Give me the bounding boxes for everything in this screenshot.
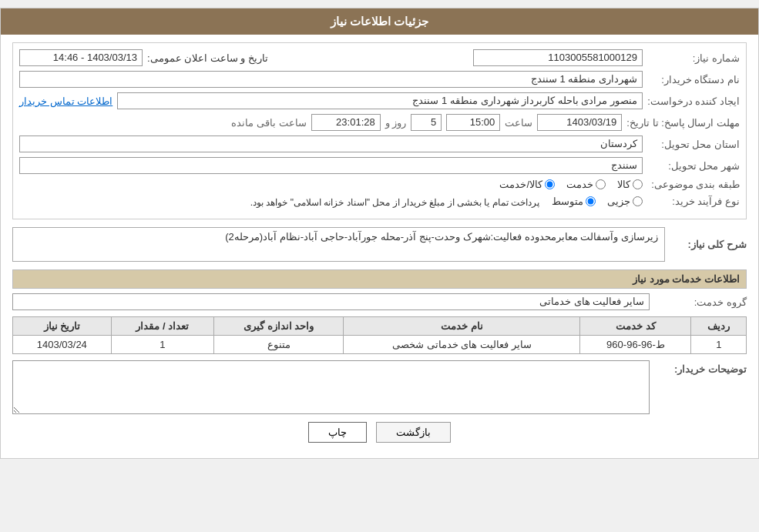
radio-motavasset-input[interactable] (586, 196, 596, 206)
buyer-notes-label: توضیحات خریدار: (654, 360, 747, 375)
remaining-days: 5 (411, 114, 442, 131)
table-row: 1ط-96-96-960سایر فعالیت های خدماتی شخصیم… (13, 336, 747, 354)
row-city: شهر محل تحویل: سنندج (19, 157, 740, 174)
cell-name: سایر فعالیت های خدماتی شخصی (344, 336, 580, 354)
cell-qty: 1 (111, 336, 213, 354)
date-value: 1403/03/13 - 14:46 (19, 49, 143, 66)
radio-kala[interactable]: کالا (617, 179, 643, 190)
radio-jozyi-label: جزیی (607, 196, 630, 207)
page-container: جزئیات اطلاعات نیاز شماره نیاز: 11030055… (0, 8, 759, 459)
services-table: ردیف کد خدمت نام خدمت واحد اندازه گیری ت… (12, 316, 747, 354)
creator-value: منصور مرادی باحله کاربرداز شهرداری منطقه… (117, 92, 643, 109)
col-date: تاریخ نیاز (13, 317, 112, 336)
process-label: نوع فرآیند خرید: (647, 196, 740, 207)
table-body: 1ط-96-96-960سایر فعالیت های خدماتی شخصیم… (13, 336, 747, 354)
cell-code: ط-96-96-960 (580, 336, 691, 354)
cell-row: 1 (691, 336, 747, 354)
row-deadline: مهلت ارسال پاسخ: تا تاریخ: 1403/03/19 سا… (19, 114, 740, 131)
province-value: کردستان (19, 136, 643, 152)
radio-jozyi[interactable]: جزیی (607, 196, 643, 207)
group-value: سایر فعالیت های خدماتی (12, 293, 650, 310)
niaz-number-value: 1103005581000129 (473, 49, 643, 66)
creator-label: ایجاد کننده درخواست: (647, 95, 740, 107)
cell-date: 1403/03/24 (13, 336, 112, 354)
radio-motavasset[interactable]: متوسط (552, 196, 596, 207)
deadline-date: 1403/03/19 (537, 114, 622, 131)
buyer-notes-textarea[interactable] (12, 360, 650, 414)
radio-kala-khedmat-input[interactable] (545, 179, 555, 189)
buttons-row: بازگشت چاپ (12, 422, 747, 450)
radio-khedmat-label: خدمت (566, 179, 593, 190)
time-label: ساعت (505, 117, 532, 129)
row-dastgah: نام دستگاه خریدار: شهرداری منطقه 1 سنندج (19, 71, 740, 88)
row-description: شرح کلی نیاز: زیرسازی وآسفالت معابرمحدود… (12, 227, 747, 262)
page-header: جزئیات اطلاعات نیاز (1, 8, 758, 35)
col-row: ردیف (691, 317, 747, 336)
col-unit: واحد اندازه گیری (214, 317, 344, 336)
province-label: استان محل تحویل: (647, 139, 740, 150)
category-radio-group: کالا خدمت کالا/خدمت (499, 179, 643, 190)
services-section-title: اطلاعات خدمات مورد نیاز (12, 269, 747, 289)
contact-link[interactable]: اطلاعات تماس خریدار (19, 95, 113, 107)
remaining-time: 23:01:28 (311, 114, 381, 131)
deadline-label: مهلت ارسال پاسخ: تا تاریخ: (626, 117, 740, 129)
row-process: نوع فرآیند خرید: جزیی متوسط پرداخت تمام … (19, 195, 740, 208)
radio-jozyi-input[interactable] (633, 196, 643, 206)
category-label: طبقه بندی موضوعی: (647, 179, 740, 190)
row-buyer-notes: توضیحات خریدار: (12, 360, 747, 414)
cell-unit: متنوع (214, 336, 344, 354)
radio-kala-khedmat-label: کالا/خدمت (499, 179, 542, 190)
row-category: طبقه بندی موضوعی: کالا خدمت کالا/خدمت (19, 179, 740, 190)
print-button[interactable]: چاپ (308, 422, 367, 443)
col-qty: تعداد / مقدار (111, 317, 213, 336)
col-name: نام خدمت (344, 317, 580, 336)
page-title: جزئیات اطلاعات نیاز (331, 15, 428, 28)
radio-khedmat[interactable]: خدمت (566, 179, 606, 190)
description-box: زیرسازی وآسفالت معابرمحدوده فعالیت:شهرک … (12, 227, 665, 262)
radio-motavasset-label: متوسط (552, 196, 583, 207)
main-info-section: شماره نیاز: 1103005581000129 تاریخ و ساع… (12, 42, 747, 219)
city-value: سنندج (19, 157, 643, 174)
dastgah-value: شهرداری منطقه 1 سنندج (19, 71, 643, 88)
radio-khedmat-input[interactable] (596, 179, 606, 189)
col-code: کد خدمت (580, 317, 691, 336)
row-group: گروه خدمت: سایر فعالیت های خدماتی (12, 293, 747, 310)
payment-note: پرداخت تمام یا بخشی از مبلغ خریدار از مح… (250, 197, 539, 208)
city-label: شهر محل تحویل: (647, 160, 740, 172)
niaz-number-label: شماره نیاز: (647, 52, 740, 64)
radio-kala-input[interactable] (633, 179, 643, 189)
content: شماره نیاز: 1103005581000129 تاریخ و ساع… (1, 35, 758, 458)
radio-kala-label: کالا (617, 179, 630, 190)
table-header-row: ردیف کد خدمت نام خدمت واحد اندازه گیری ت… (13, 317, 747, 336)
process-radio-group: جزیی متوسط (552, 196, 643, 207)
radio-kala-khedmat[interactable]: کالا/خدمت (499, 179, 555, 190)
back-button[interactable]: بازگشت (376, 422, 451, 443)
dastgah-label: نام دستگاه خریدار: (647, 74, 740, 85)
row-province: استان محل تحویل: کردستان (19, 136, 740, 152)
date-label: تاریخ و ساعت اعلان عمومی: (147, 52, 268, 64)
row-creator: ایجاد کننده درخواست: منصور مرادی باحله ک… (19, 92, 740, 109)
row-niaz-number: شماره نیاز: 1103005581000129 تاریخ و ساع… (19, 49, 740, 66)
days-label: روز و (385, 117, 407, 129)
remaining-label: ساعت باقی مانده (231, 117, 306, 129)
description-value: زیرسازی وآسفالت معابرمحدوده فعالیت:شهرک … (225, 231, 658, 243)
deadline-time: 15:00 (446, 114, 500, 131)
group-label: گروه خدمت: (654, 296, 747, 308)
table-head: ردیف کد خدمت نام خدمت واحد اندازه گیری ت… (13, 317, 747, 336)
description-section-label: شرح کلی نیاز: (670, 239, 747, 250)
